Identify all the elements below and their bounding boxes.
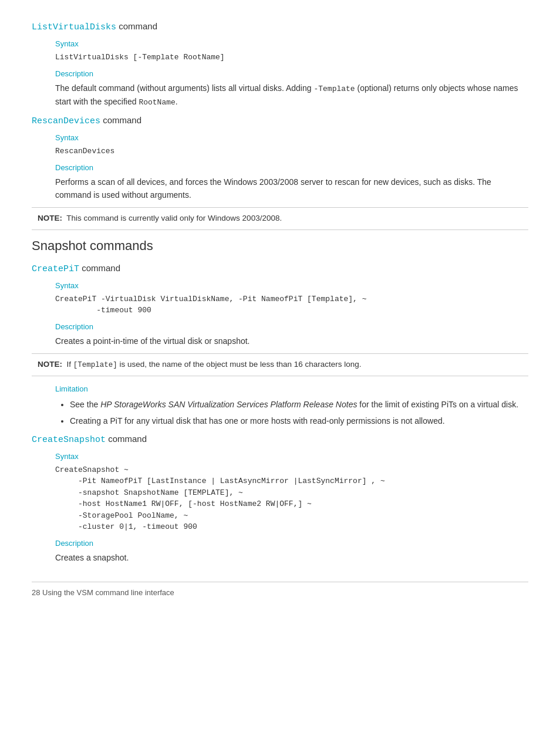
syntax-code-pit: CreatePiT -VirtualDisk VirtualDiskName, …: [32, 293, 528, 316]
snapshot-commands-title: Snapshot commands: [32, 238, 528, 254]
note-label-pit: NOTE:: [38, 360, 62, 369]
page-footer: 28 Using the VSM command line interface: [32, 582, 528, 597]
create-pit-word: command: [79, 263, 120, 273]
description-label-pit: Description: [32, 322, 528, 331]
note-text-rescan: This command is currently valid only for…: [66, 214, 282, 222]
footer-text: 28 Using the VSM command line interface: [32, 588, 174, 597]
limitation-heading: Limitation: [32, 384, 528, 393]
syntax-label-1: Syntax: [32, 39, 528, 48]
description-label-snapshot: Description: [32, 539, 528, 548]
create-snapshot-section: CreateSnapshot command Syntax CreateSnap…: [32, 434, 528, 564]
syntax-label-snapshot: Syntax: [32, 452, 528, 461]
description-label-1: Description: [32, 69, 528, 78]
description-text-pit: Creates a point-in-time of the virtual d…: [32, 335, 528, 347]
note-label-rescan: NOTE:: [38, 214, 62, 222]
description-label-2: Description: [32, 163, 528, 172]
rescan-devices-heading: RescanDevices command: [32, 115, 528, 126]
snapshot-commands-section: Snapshot commands CreatePiT command Synt…: [32, 238, 528, 564]
inline-code-rootname: RootName: [139, 98, 175, 107]
list-virtual-disks-heading: ListVirtualDisks command: [32, 21, 528, 32]
syntax-label-2: Syntax: [32, 133, 528, 142]
description-text-2: Performs a scan of all devices, and forc…: [32, 175, 528, 202]
rescan-devices-code: RescanDevices: [32, 116, 100, 126]
create-pit-section: CreatePiT command Syntax CreatePiT -Virt…: [32, 263, 528, 428]
limitation-list: See the HP StorageWorks SAN Virtualizati…: [32, 398, 528, 428]
rescan-devices-section: RescanDevices command Syntax RescanDevic…: [32, 115, 528, 230]
create-snapshot-heading: CreateSnapshot command: [32, 434, 528, 445]
list-virtual-disks-code: ListVirtualDisks: [32, 22, 116, 32]
syntax-code-1: ListVirtualDisks [-Template RootName]: [32, 52, 528, 63]
syntax-code-snapshot: CreateSnapshot ~ -Pit NameofPiT [LastIns…: [32, 464, 528, 533]
limitation-item-1: See the HP StorageWorks SAN Virtualizati…: [70, 398, 528, 411]
note-box-rescan: NOTE: This command is currently valid on…: [32, 207, 528, 229]
description-text-1: The default command (without arguments) …: [32, 82, 528, 110]
book-title-1: HP StorageWorks SAN Virtualization Servi…: [100, 400, 357, 409]
rescan-devices-word: command: [100, 115, 141, 125]
description-text-snapshot: Creates a snapshot.: [32, 551, 528, 564]
list-virtual-disks-word: command: [116, 21, 157, 31]
inline-code-template: -Template: [313, 85, 355, 93]
create-pit-code: CreatePiT: [32, 264, 79, 274]
note-code-template: [Template]: [73, 361, 117, 369]
syntax-code-2: RescanDevices: [32, 146, 528, 157]
syntax-label-pit: Syntax: [32, 281, 528, 290]
create-snapshot-code: CreateSnapshot: [32, 435, 106, 445]
list-virtual-disks-section: ListVirtualDisks command Syntax ListVirt…: [32, 21, 528, 109]
create-pit-heading: CreatePiT command: [32, 263, 528, 274]
create-snapshot-word: command: [106, 434, 147, 444]
note-box-pit: NOTE: If [Template] is used, the name of…: [32, 353, 528, 376]
limitation-item-2: Creating a PiT for any virtual disk that…: [70, 414, 528, 427]
